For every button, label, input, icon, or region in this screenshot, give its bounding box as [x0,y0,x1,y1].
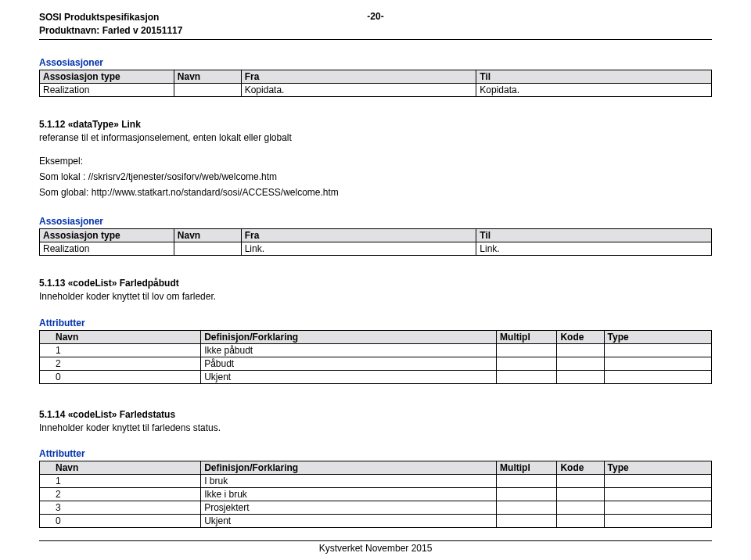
attr1-col-name: Navn [40,330,201,343]
assoc1-col-from: Fra [241,70,476,83]
assoc2-col-from: Fra [241,229,476,242]
attr2-col-type: Type [604,461,711,474]
s12-ex2: Som global: http://www.statkart.no/stand… [39,186,712,199]
table-row: 3Prosjektert [40,501,712,514]
attr1-table: Navn Definisjon/Forklaring Multipl Kode … [39,330,712,384]
s12-ex-label: Eksempel: [39,155,712,167]
attr2-col-name: Navn [40,461,201,474]
assoc1-table: Assosiasjon type Navn Fra Til Realizatio… [39,70,712,97]
s12-ex1: Som lokal : //skrisrv2/tjenester/sosifor… [39,171,712,183]
s13-heading: 5.1.13 «codeList» Farledpåbudt [39,278,712,289]
assoc2-table: Assosiasjon type Navn Fra Til Realizatio… [39,228,712,256]
attr2-col-kode: Kode [557,461,604,474]
assoc2-col-type: Assosiasjon type [40,229,174,242]
attr2-col-def: Definisjon/Forklaring [201,461,497,474]
assoc2-title: Assosiasjoner [39,216,712,227]
table-row: 0Ukjent [40,370,712,383]
assoc1-col-name: Navn [174,70,241,83]
table-row: Realization Kopidata. Kopidata. [40,83,712,96]
attr1-col-multipl: Multipl [497,330,557,343]
table-row: 1I bruk [40,474,712,487]
table-row: 0Ukjent [40,514,712,527]
table-row: Realization Link. Link. [40,242,712,256]
page-number: -20- [367,11,383,22]
assoc2-col-name: Navn [174,229,241,242]
s12-heading: 5.1.12 «dataType» Link [39,119,712,130]
attr1-title: Attributter [39,318,712,328]
attr2-table: Navn Definisjon/Forklaring Multipl Kode … [39,461,712,528]
product-name: Produktnavn: Farled v 20151117 [39,24,712,38]
attr1-col-kode: Kode [557,330,604,343]
s13-desc: Inneholder koder knyttet til lov om farl… [39,290,712,303]
s14-desc: Inneholder koder knyttet til farledens s… [39,422,712,434]
table-row: 1Ikke påbudt [40,343,712,357]
page-footer: Kystverket November 2015 [39,540,712,554]
attr1-col-def: Definisjon/Forklaring [201,330,497,343]
table-row: 2Ikke i bruk [40,487,712,501]
s12-desc: referanse til et informasjonselement, en… [39,131,712,144]
attr2-title: Attributter [39,448,712,459]
s14-heading: 5.1.14 «codeList» Farledstatus [39,409,712,420]
page-header: SOSI Produktspesifikasjon Produktnavn: F… [39,11,712,40]
assoc1-col-to: Til [476,70,712,83]
assoc1-col-type: Assosiasjon type [40,70,174,83]
table-row: 2Påbudt [40,357,712,370]
assoc2-col-to: Til [476,229,712,242]
assoc1-title: Assosiasjoner [39,57,712,68]
attr2-col-multipl: Multipl [497,461,557,474]
attr1-col-type: Type [604,330,711,343]
